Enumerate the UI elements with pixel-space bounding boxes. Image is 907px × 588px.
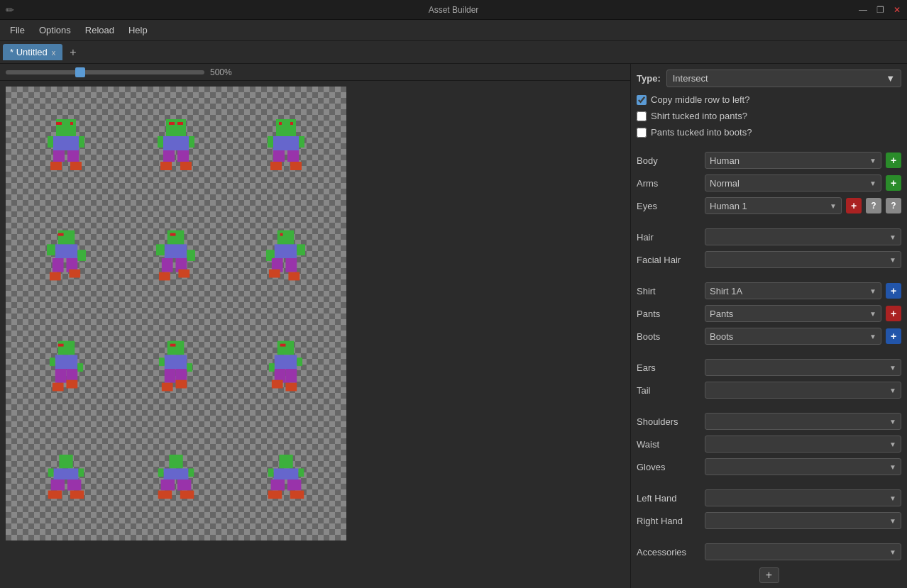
checkbox-shirt-tucked-input[interactable] (637, 111, 647, 121)
prop-boots: Boots Boots ▼ + (637, 326, 901, 346)
svg-rect-99 (158, 491, 172, 499)
svg-rect-104 (298, 468, 304, 477)
prop-shoulders: Shoulders ▼ (637, 411, 901, 431)
sprite-cell (232, 426, 339, 533)
prop-eyes-add-button[interactable]: + (846, 198, 862, 213)
checkbox-pants-tucked-label: Pants tucked into boots? (651, 127, 752, 138)
prop-left-hand: Left Hand ▼ (637, 488, 901, 508)
svg-rect-83 (272, 380, 283, 389)
prop-gloves-label: Gloves (637, 462, 700, 472)
svg-rect-95 (158, 468, 164, 477)
type-select[interactable]: Intersect ▼ (666, 70, 901, 87)
prop-shoulders-label: Shoulders (637, 416, 700, 427)
prop-ears-select[interactable]: ▼ (705, 359, 901, 376)
prop-tail-select[interactable]: ▼ (705, 382, 901, 399)
prop-facial-hair-select[interactable]: ▼ (705, 251, 901, 268)
menu-file[interactable]: File (3, 22, 32, 38)
prop-left-hand-select[interactable]: ▼ (705, 489, 901, 506)
menu-help[interactable]: Help (121, 22, 155, 38)
svg-rect-42 (165, 244, 187, 258)
sprite-svg (156, 230, 195, 287)
prop-accessories-select[interactable]: ▼ (705, 543, 901, 560)
prop-shirt-add-button[interactable]: + (886, 283, 901, 299)
svg-rect-101 (279, 455, 292, 468)
prop-eyes: Eyes Human 1 ▼ + ? ? (637, 196, 901, 216)
svg-rect-69 (165, 355, 187, 369)
tab-add-button[interactable]: + (65, 45, 80, 60)
type-label: Type: (637, 73, 661, 84)
app-icon: ✏ (6, 4, 14, 16)
prop-shirt-select[interactable]: Shirt 1A ▼ (705, 282, 881, 299)
sprite-svg (47, 230, 86, 287)
prop-gloves-select[interactable]: ▼ (705, 458, 901, 475)
type-dropdown-arrow: ▼ (886, 73, 895, 84)
svg-rect-39 (69, 270, 80, 278)
zoom-label: 500% (210, 67, 232, 77)
prop-pants-select[interactable]: Pants ▼ (705, 305, 881, 322)
sprite-cell (13, 94, 120, 201)
checkbox-shirt-tucked-label: Shirt tucked into pants? (651, 111, 747, 121)
prop-hair-select[interactable]: ▼ (705, 228, 901, 245)
restore-button[interactable]: ❐ (873, 3, 887, 17)
svg-rect-84 (286, 383, 297, 392)
sprite-canvas[interactable] (0, 81, 630, 588)
svg-rect-8 (67, 150, 79, 162)
svg-rect-0 (56, 119, 76, 136)
sprite-svg (155, 119, 197, 176)
prop-pants-add-button[interactable]: + (886, 306, 901, 321)
prop-boots-add-button[interactable]: + (886, 328, 901, 344)
close-button[interactable]: ✕ (890, 3, 904, 17)
prop-tail: Tail ▼ (637, 380, 901, 400)
svg-rect-7 (53, 150, 65, 162)
svg-rect-4 (53, 136, 79, 150)
accessories-add-button[interactable]: + (759, 567, 779, 583)
sprite-svg (47, 340, 86, 397)
prop-shoulders-select[interactable]: ▼ (705, 413, 901, 430)
sprite-svg (265, 455, 307, 504)
svg-rect-50 (280, 233, 283, 236)
prop-right-hand-select[interactable]: ▼ (705, 512, 901, 529)
zoom-slider-thumb[interactable] (75, 67, 85, 77)
svg-rect-53 (297, 244, 305, 255)
svg-rect-61 (50, 357, 55, 366)
svg-rect-23 (290, 122, 293, 125)
window-title: Asset Builder (429, 5, 479, 15)
prop-body-add-button[interactable]: + (886, 152, 901, 168)
window-controls[interactable]: — ❐ ✕ (856, 3, 904, 17)
prop-shirt-value: Shirt 1A (710, 286, 742, 296)
prop-shirt: Shirt Shirt 1A ▼ + (637, 281, 901, 301)
prop-body-select[interactable]: Human ▼ (705, 152, 881, 169)
sprite-cell (123, 315, 230, 423)
menu-reload[interactable]: Reload (78, 22, 121, 38)
zoom-slider-track[interactable] (6, 70, 204, 74)
svg-rect-10 (70, 162, 82, 170)
prop-waist-select[interactable]: ▼ (705, 436, 901, 453)
prop-pants-label: Pants (637, 309, 700, 319)
svg-rect-68 (170, 344, 176, 347)
tabbar: * Untitled x + (0, 41, 907, 64)
prop-eyes-select[interactable]: Human 1 ▼ (705, 197, 842, 214)
prop-eyes-question-button-2[interactable]: ? (886, 198, 901, 213)
checkbox-copy-middle-input[interactable] (637, 95, 647, 105)
type-value: Intersect (673, 73, 708, 84)
prop-eyes-label: Eyes (637, 201, 700, 211)
prop-hair-label: Hair (637, 232, 700, 243)
chevron-down-icon: ▼ (889, 233, 896, 241)
svg-rect-87 (48, 468, 54, 477)
prop-waist-label: Waist (637, 439, 700, 450)
prop-boots-select[interactable]: Boots ▼ (705, 328, 881, 345)
sprite-cell (123, 94, 230, 201)
checkbox-pants-tucked-input[interactable] (637, 128, 647, 138)
prop-boots-label: Boots (637, 331, 700, 342)
menu-options[interactable]: Options (32, 22, 78, 38)
prop-eyes-question-button-1[interactable]: ? (866, 198, 881, 213)
prop-arms-select[interactable]: Normal ▼ (705, 174, 881, 192)
prop-arms-add-button[interactable]: + (886, 175, 901, 191)
prop-body-value: Human (710, 155, 740, 166)
minimize-button[interactable]: — (856, 3, 870, 17)
tab-close-button[interactable]: x (52, 48, 56, 57)
chevron-down-icon: ▼ (869, 179, 876, 187)
svg-rect-76 (277, 341, 295, 355)
chevron-down-icon: ▼ (889, 256, 896, 264)
tab-untitled[interactable]: * Untitled x (3, 44, 62, 60)
